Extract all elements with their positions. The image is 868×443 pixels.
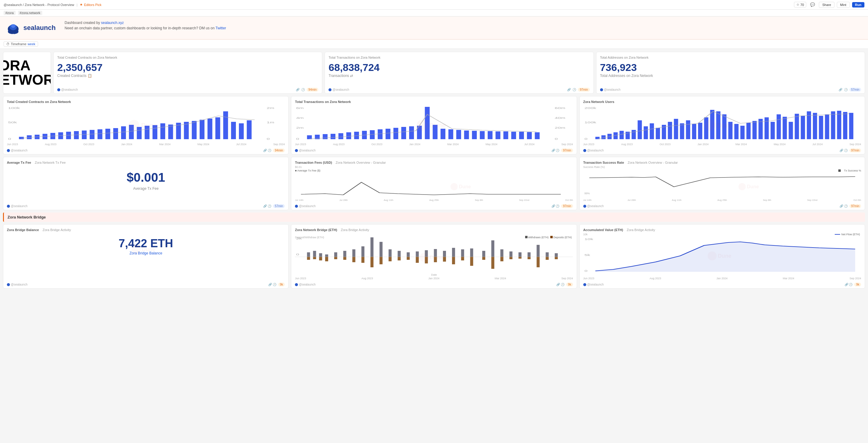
svg-rect-94	[644, 126, 648, 139]
svg-rect-20	[90, 130, 94, 139]
bridge-balance-value: 7,422 ETH	[7, 237, 285, 250]
svg-rect-188	[519, 257, 522, 259]
svg-rect-145	[325, 254, 328, 257]
contracts-time: 94min	[307, 88, 318, 92]
metrics-row: ZORANETWORK Total Created Contracts on Z…	[3, 52, 865, 94]
run-button[interactable]: Run	[852, 2, 864, 7]
addresses-footer: @sealaunch 🔗 🕐 57min	[600, 88, 861, 92]
svg-rect-66	[425, 107, 430, 139]
avg-fee-title2: Zora Network Tx Fee	[35, 161, 66, 164]
svg-rect-158	[380, 257, 383, 264]
tag-zora-network[interactable]: #zora.network	[18, 11, 42, 15]
bridge-eth-card: Zora Network Bridge (ETH) Zora Bridge Ac…	[291, 224, 577, 288]
svg-rect-114	[764, 117, 769, 139]
tx-success-legend: Tx Success %	[583, 169, 861, 172]
zora-logo-card: ZORANETWORK	[3, 52, 51, 94]
svg-rect-148	[334, 257, 337, 259]
tx-fees-title2: Zora Network Overview - Granular	[336, 161, 386, 164]
star-icon-top: ☆	[796, 3, 799, 7]
accum-line-chart: 10k 5k 0	[583, 236, 861, 275]
svg-text:1m: 1m	[267, 121, 274, 124]
svg-rect-189	[528, 252, 530, 257]
timeframe-filter[interactable]: ⏱ Timeframe week	[4, 41, 38, 47]
transactions-bar-chart: 6m 4m 2m 0 60m 40m 20m 0	[295, 105, 573, 141]
svg-rect-172	[443, 257, 446, 262]
svg-rect-150	[343, 257, 346, 260]
svg-rect-106	[716, 111, 720, 139]
tx-success-title1: Transaction Success Rate	[583, 161, 624, 164]
svg-rect-36	[215, 117, 220, 139]
mint-button[interactable]: Mint	[837, 2, 850, 8]
bridge-section-header: Zora Network Bridge	[3, 212, 865, 222]
comment-button[interactable]: 💬	[809, 2, 816, 7]
share-button[interactable]: Share	[819, 2, 834, 8]
users-x-axis: Jun 2023 Aug 2023 Oct 2023 Jan 2024 Mar …	[583, 143, 861, 146]
svg-rect-76	[503, 131, 508, 139]
svg-rect-80	[535, 132, 540, 139]
twitter-link[interactable]: Twitter	[216, 26, 226, 30]
tx-fees-legend: ■ Average Tx Fee ($)	[295, 169, 573, 172]
svg-rect-184	[500, 257, 503, 261]
addresses-label: Total Addresses on Zora Network	[600, 74, 861, 78]
dashboard: ZORANETWORK Total Created Contracts on Z…	[0, 49, 868, 294]
tx-fees-y-label: $0.01	[295, 166, 573, 169]
tx-success-titles: Transaction Success Rate Zora Network Ov…	[583, 161, 861, 164]
accum-footer: @sealaunch 🔗 🕐 9k	[583, 282, 861, 286]
svg-rect-26	[137, 127, 142, 139]
sealaunch-link[interactable]: sealaunch.xyz	[101, 21, 124, 25]
svg-rect-125	[831, 111, 835, 139]
tagbar: #zora #zora.network	[0, 9, 868, 16]
svg-rect-99	[674, 119, 678, 139]
svg-rect-173	[452, 248, 455, 257]
svg-rect-185	[509, 251, 513, 257]
svg-rect-53	[323, 134, 328, 139]
svg-rect-144	[319, 257, 322, 261]
svg-text:4m: 4m	[296, 116, 304, 120]
svg-text:0: 0	[267, 137, 270, 140]
users-chart-card: Zora Network Users Dune 200k 100k 0	[579, 96, 865, 155]
svg-text:20m: 20m	[555, 126, 565, 129]
svg-text:10k: 10k	[585, 238, 593, 241]
accum-y-label: 10k	[583, 233, 861, 236]
svg-rect-109	[734, 124, 739, 139]
svg-rect-63	[401, 127, 406, 139]
tx-success-y-label: Success Rate (%)	[583, 166, 861, 169]
svg-rect-64	[409, 126, 414, 139]
svg-rect-127	[843, 112, 847, 139]
contracts-chart-title: Total Created Contracts on Zora Network	[7, 100, 285, 104]
svg-rect-168	[425, 257, 428, 263]
contracts-chart-area: Dune 100k 50k 0 2m 1m 0	[7, 105, 285, 146]
svg-rect-72	[472, 131, 477, 139]
transactions-chart-area: Dune 6m 4m 2m 0 60m 40m 20m 0	[295, 105, 573, 146]
svg-rect-37	[223, 111, 228, 139]
avatar-dot	[57, 88, 60, 91]
accum-legend: Net Flow (ETH)	[835, 233, 860, 236]
tx-fees-chart-container: Dune $0.01 ■ Average Tx Fee ($) Jul 14th…	[295, 166, 573, 201]
link-icon-addr: 🔗	[839, 88, 842, 91]
tx-fees-usd-card: Transaction Fees (USD) Zora Network Over…	[291, 157, 577, 210]
svg-rect-140	[307, 257, 310, 260]
link-icon-tx: 🔗	[567, 88, 571, 91]
svg-rect-112	[752, 121, 756, 139]
svg-rect-61	[386, 129, 391, 139]
svg-rect-183	[500, 249, 503, 257]
svg-rect-167	[425, 250, 428, 257]
users-bar-chart: 200k 100k 0	[583, 105, 861, 141]
svg-rect-143	[319, 253, 322, 257]
addresses-value: 736,923	[600, 62, 861, 72]
svg-rect-119	[795, 114, 799, 139]
addresses-actions: 🔗 🕐 57min	[839, 88, 861, 92]
transactions-metric-card: Total Transactions on Zora Network 68,83…	[324, 52, 593, 94]
svg-rect-55	[338, 133, 343, 139]
contracts-chart-card: Total Created Contracts on Zora Network …	[3, 96, 289, 155]
users-chart-title: Zora Network Users	[583, 100, 861, 104]
svg-rect-177	[470, 248, 473, 257]
tag-zora[interactable]: #zora	[4, 11, 16, 15]
tx-fees-line-chart	[295, 173, 573, 197]
contracts-label: Created Contracts 📋	[57, 74, 318, 78]
bridge-eth-legend: Withdraws (ETH) Deposits (ETH)	[525, 236, 572, 239]
svg-rect-35	[208, 118, 212, 139]
svg-point-2	[11, 24, 15, 28]
svg-rect-190	[528, 257, 530, 259]
svg-rect-146	[325, 257, 328, 261]
